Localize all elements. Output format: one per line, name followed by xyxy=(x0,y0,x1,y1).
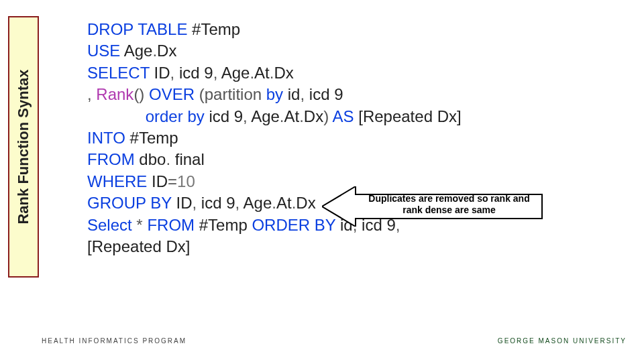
code-line-6: INTO #Temp xyxy=(87,127,624,149)
footer-right: GEORGE MASON UNIVERSITY xyxy=(498,337,627,345)
code-line-7: FROM dbo. final xyxy=(87,149,624,170)
sidebar-tab: Rank Function Syntax xyxy=(8,16,39,278)
slide: Rank Function Syntax DROP TABLE #Temp US… xyxy=(0,0,644,362)
code-line-1: DROP TABLE #Temp xyxy=(87,19,624,40)
callout-arrow: Duplicates are removed so rank and rank … xyxy=(322,186,543,227)
code-line-11: [Repeated Dx] xyxy=(87,236,624,257)
sidebar-label: Rank Function Syntax xyxy=(15,69,32,224)
code-line-5: order by icd 9, Age.At.Dx) AS [Repeated … xyxy=(87,106,624,127)
footer-left: HEALTH INFORMATICS PROGRAM xyxy=(42,337,186,345)
code-line-2: USE Age.Dx xyxy=(87,40,624,62)
code-line-4: , Rank() OVER (partition by id, icd 9 xyxy=(87,84,624,105)
callout-text: Duplicates are removed so rank and rank … xyxy=(364,193,535,216)
code-line-3: SELECT ID, icd 9, Age.At.Dx xyxy=(87,62,624,84)
